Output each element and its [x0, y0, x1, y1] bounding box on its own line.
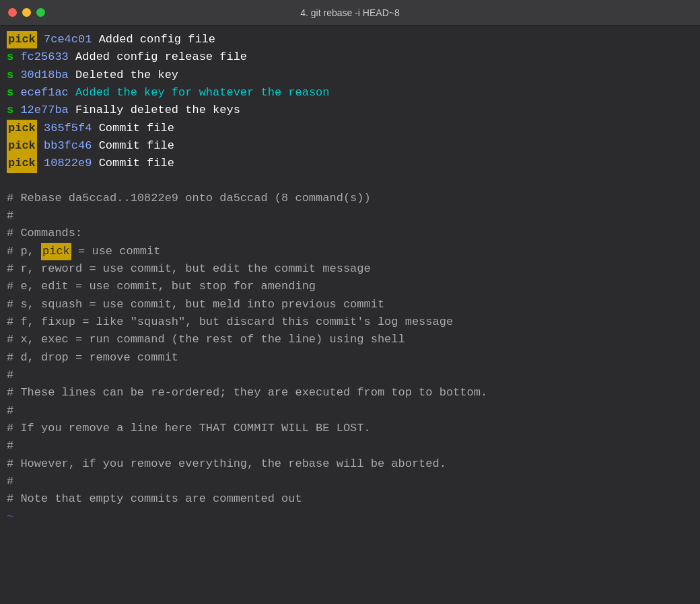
terminal-line: s 12e77ba Finally deleted the keys [7, 102, 693, 119]
squash-keyword: s [7, 67, 13, 84]
comment-line: # [7, 402, 693, 420]
comment-line: # [7, 367, 693, 384]
traffic-lights [8, 8, 45, 17]
pick-keyword: pick [7, 120, 37, 137]
terminal-line: ~ [7, 508, 693, 526]
commit-message: Commit file [92, 155, 174, 172]
terminal-line: s ecef1ac Added the key for whatever the… [7, 84, 693, 102]
comment-line: # [7, 473, 693, 490]
commit-message: Added config file [92, 31, 215, 48]
title-bar: 4. git rebase -i HEAD~8 [0, 0, 700, 26]
comment-line: # If you remove a line here THAT COMMIT … [7, 420, 693, 437]
comment-line: # d, drop = remove commit [7, 349, 693, 367]
minimize-button[interactable] [22, 8, 31, 17]
commit-message: Commit file [92, 137, 174, 155]
comment-line: # However, if you remove everything, the… [7, 455, 693, 473]
close-button[interactable] [8, 8, 17, 17]
pick-keyword: pick [7, 137, 37, 155]
pick-keyword: pick [7, 31, 37, 48]
squash-keyword: s [7, 102, 13, 119]
maximize-button[interactable] [36, 8, 45, 17]
window-title: 4. git rebase -i HEAD~8 [300, 7, 399, 18]
commit-hash: 10822e9 [37, 155, 92, 172]
squash-keyword: s [7, 48, 13, 66]
commit-message: Finally deleted the keys [69, 102, 240, 119]
terminal-line: s 30d18ba Deleted the key [7, 67, 693, 84]
comment-line: # s, squash = use commit, but meld into … [7, 296, 693, 313]
comment-pick-line: # p, pick = use commit [7, 243, 693, 260]
comment-line: # x, exec = run command (the rest of the… [7, 331, 693, 348]
comment-line: # Note that empty commits are commented … [7, 490, 693, 508]
terminal-line: pick 7ce4c01 Added config file [7, 31, 693, 48]
comment-line: # [7, 437, 693, 455]
comment-line: # e, edit = use commit, but stop for ame… [7, 278, 693, 295]
commit-message: Deleted the key [69, 67, 178, 84]
commit-message: Added the key for whatever the reason [69, 84, 330, 102]
terminal-line: pick 10822e9 Commit file [7, 155, 693, 172]
comment-line: # Rebase da5ccad..10822e9 onto da5ccad (… [7, 190, 693, 207]
comment-line: # f, fixup = like "squash", but discard … [7, 313, 693, 331]
terminal-body: pick 7ce4c01 Added config files fc25633 … [0, 26, 700, 604]
comment-line: # [7, 207, 693, 225]
terminal-line: pick 365f5f4 Commit file [7, 120, 693, 137]
commit-hash: 7ce4c01 [37, 31, 92, 48]
pick-keyword: pick [7, 155, 37, 172]
commit-message: Commit file [92, 120, 174, 137]
commit-hash: ecef1ac [13, 84, 69, 102]
comment-line: # r, reword = use commit, but edit the c… [7, 260, 693, 278]
commit-hash: 365f5f4 [37, 120, 92, 137]
commit-hash: 12e77ba [13, 102, 69, 119]
comment-line: # Commands: [7, 225, 693, 242]
comment-line: # These lines can be re-ordered; they ar… [7, 384, 693, 402]
inline-pick-keyword: pick [41, 243, 71, 260]
terminal-line [7, 173, 693, 190]
commit-hash: 30d18ba [13, 67, 69, 84]
commit-message: Added config release file [69, 48, 247, 66]
terminal-line: s fc25633 Added config release file [7, 48, 693, 66]
squash-keyword: s [7, 84, 13, 102]
terminal-line: pick bb3fc46 Commit file [7, 137, 693, 155]
commit-hash: bb3fc46 [37, 137, 92, 155]
commit-hash: fc25633 [13, 48, 69, 66]
